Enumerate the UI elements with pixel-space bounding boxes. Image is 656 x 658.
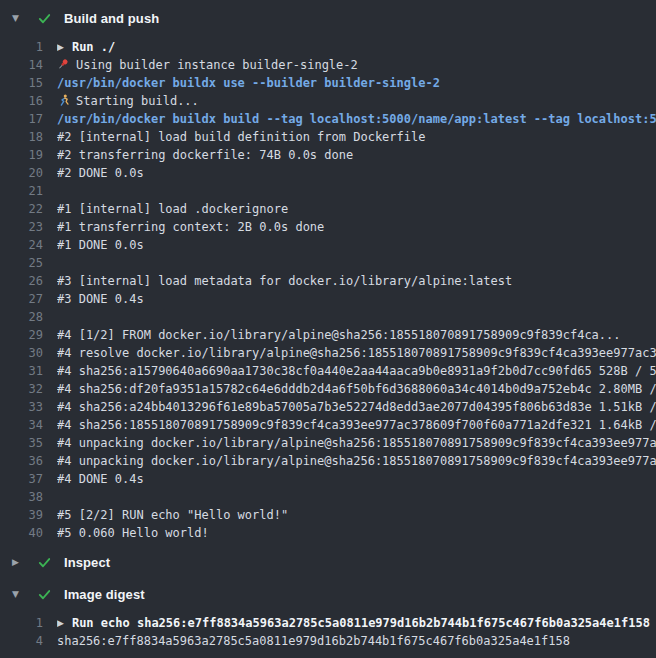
line-number[interactable]: 25 [0,254,43,272]
log-line: 20 #2 DONE 0.0s [0,164,656,182]
log-line: 37 #4 DONE 0.4s [0,470,656,488]
line-text-content: #1 DONE 0.0s [57,238,144,252]
line-text: #4 DONE 0.4s [57,470,656,488]
log-line: 31 #4 sha256:a15790640a6690aa1730c38cf0a… [0,362,656,380]
log-line: 40 #5 0.060 Hello world! [0,524,656,542]
line-text: /usr/bin/docker buildx use --builder bui… [57,74,656,92]
line-text-content: /usr/bin/docker buildx use --builder bui… [57,76,440,90]
line-number[interactable]: 22 [0,200,43,218]
check-icon [36,10,52,26]
pushpin-icon [57,58,70,71]
section-title: Build and push [64,11,159,26]
line-text-content: Run ./ [72,40,115,54]
line-text: #3 DONE 0.4s [57,290,656,308]
section-lines: 1 ▶Run echo sha256:e7ff8834a5963a2785c5a… [0,610,656,654]
log-line: 14 Using builder instance builder-single… [0,56,656,74]
line-number[interactable]: 16 [0,92,43,110]
log-line: 4 sha256:e7ff8834a5963a2785c5a0811e979d1… [0,632,656,650]
line-text-content: #4 sha256:df20fa9351a15782c64e6dddb2d4a6… [57,382,656,396]
line-number[interactable]: 23 [0,218,43,236]
line-text: sha256:e7ff8834a5963a2785c5a0811e979d16b… [57,632,656,650]
log-line: 23 #1 transferring context: 2B 0.0s done [0,218,656,236]
line-text: #5 [2/2] RUN echo "Hello world!" [57,506,656,524]
line-number[interactable]: 37 [0,470,43,488]
section-header-build-and-push[interactable]: ▼ Build and push [0,0,656,36]
line-number[interactable]: 15 [0,74,43,92]
line-text [57,182,656,200]
log-line: 22 #1 [internal] load .dockerignore [0,200,656,218]
chevron-down-icon[interactable]: ▼ [12,590,26,599]
line-number[interactable]: 1 [0,614,43,632]
log-line: 16 Starting build... [0,92,656,110]
line-text [57,308,656,326]
line-number[interactable]: 4 [0,632,43,650]
line-number[interactable]: 19 [0,146,43,164]
line-number[interactable]: 14 [0,56,43,74]
line-number[interactable]: 32 [0,380,43,398]
line-number[interactable]: 40 [0,524,43,542]
line-text: #1 DONE 0.0s [57,236,656,254]
line-text-content: #2 [internal] load build definition from… [57,130,425,144]
line-text: #4 [1/2] FROM docker.io/library/alpine@s… [57,326,656,344]
line-text: Using builder instance builder-single-2 [57,56,656,74]
log-line: 32 #4 sha256:df20fa9351a15782c64e6dddb2d… [0,380,656,398]
group-expand-icon[interactable]: ▶ [57,614,64,632]
line-number[interactable]: 28 [0,308,43,326]
group-expand-icon[interactable]: ▶ [57,38,64,56]
section-lines: 1 ▶Run ./ 14 Using builder instance buil… [0,36,656,546]
line-number[interactable]: 33 [0,398,43,416]
log-line: 33 #4 sha256:a24bb4013296f61e89ba57005a7… [0,398,656,416]
line-text-content: #1 transferring context: 2B 0.0s done [57,220,324,234]
line-number[interactable]: 30 [0,344,43,362]
line-text: #4 unpacking docker.io/library/alpine@sh… [57,452,656,470]
log-line: 19 #2 transferring dockerfile: 74B 0.0s … [0,146,656,164]
line-text-content: /usr/bin/docker buildx build --tag local… [57,112,656,126]
line-text-content: Using builder instance builder-single-2 [76,58,358,72]
chevron-down-icon[interactable]: ▼ [12,14,26,23]
line-number[interactable]: 18 [0,128,43,146]
line-number[interactable]: 17 [0,110,43,128]
line-text-content: #4 resolve docker.io/library/alpine@sha2… [57,346,656,360]
section-build-and-push: ▼ Build and push 1 ▶Run ./ 14 Using buil… [0,0,656,546]
log-line: 29 #4 [1/2] FROM docker.io/library/alpin… [0,326,656,344]
line-text-content: #5 0.060 Hello world! [57,526,209,540]
line-number[interactable]: 31 [0,362,43,380]
line-number[interactable]: 26 [0,272,43,290]
line-number[interactable]: 34 [0,416,43,434]
line-text: ▶Run ./ [57,38,656,56]
line-text: #2 DONE 0.0s [57,164,656,182]
line-text: #4 sha256:a24bb4013296f61e89ba57005a7b3e… [57,398,656,416]
line-number[interactable]: 39 [0,506,43,524]
log-line: 24 #1 DONE 0.0s [0,236,656,254]
line-text [57,254,656,272]
line-text-content: #4 sha256:a24bb4013296f61e89ba57005a7b3e… [57,400,656,414]
line-number[interactable]: 36 [0,452,43,470]
section-header-image-digest[interactable]: ▼ Image digest [0,578,656,610]
line-text-content: #3 DONE 0.4s [57,292,144,306]
line-text-content: #2 DONE 0.0s [57,166,144,180]
section-title: Inspect [64,555,110,570]
line-text: Starting build... [57,92,656,110]
line-text: #5 0.060 Hello world! [57,524,656,542]
section-header-inspect[interactable]: ▶ Inspect [0,546,656,578]
line-number[interactable]: 21 [0,182,43,200]
line-number[interactable]: 27 [0,290,43,308]
log-line: 39 #5 [2/2] RUN echo "Hello world!" [0,506,656,524]
line-number[interactable]: 20 [0,164,43,182]
line-number[interactable]: 35 [0,434,43,452]
line-number[interactable]: 38 [0,488,43,506]
runner-icon [57,94,70,107]
log-line: 28 [0,308,656,326]
line-number[interactable]: 24 [0,236,43,254]
check-icon [36,554,52,570]
line-text: #4 unpacking docker.io/library/alpine@sh… [57,434,656,452]
line-text-content: #4 sha256:185518070891758909c9f839cf4ca3… [57,418,656,432]
line-text: #4 resolve docker.io/library/alpine@sha2… [57,344,656,362]
log-line: 17 /usr/bin/docker buildx build --tag lo… [0,110,656,128]
line-text: #2 [internal] load build definition from… [57,128,656,146]
log-line: 38 [0,488,656,506]
log-line: 15 /usr/bin/docker buildx use --builder … [0,74,656,92]
chevron-right-icon[interactable]: ▶ [12,558,26,567]
line-number[interactable]: 29 [0,326,43,344]
line-number[interactable]: 1 [0,38,43,56]
